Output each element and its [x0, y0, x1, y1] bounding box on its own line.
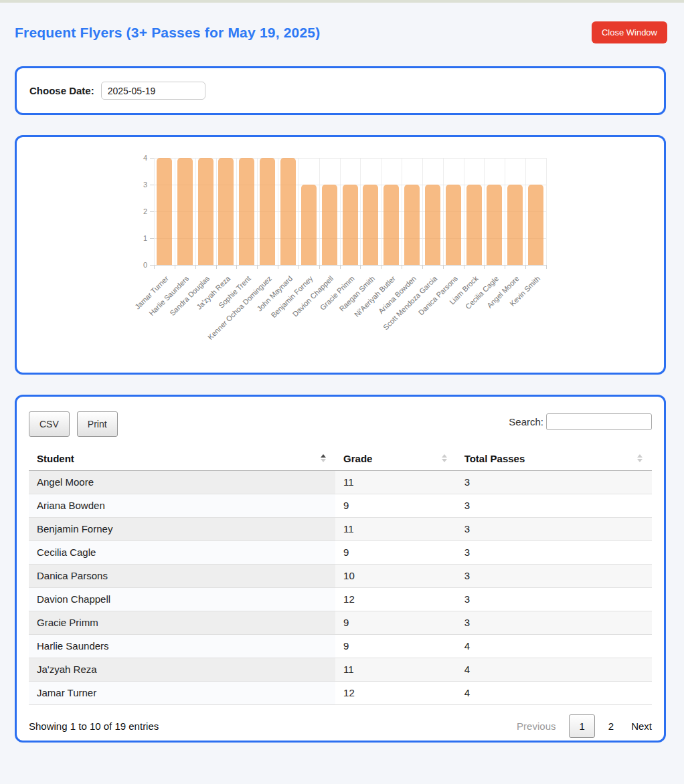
chart-bar[interactable]: [198, 158, 213, 265]
page-title: Frequent Flyers (3+ Passes for May 19, 2…: [15, 25, 320, 41]
table-cell: 4: [456, 681, 652, 704]
table-cell: 10: [335, 564, 456, 587]
pagination-next-button[interactable]: Next: [631, 720, 652, 732]
y-axis-tick-label: 1: [143, 233, 147, 243]
table-cell: 12: [335, 681, 456, 704]
sort-arrows-icon: [442, 454, 447, 462]
table-row: Angel Moore113: [29, 470, 652, 494]
table-cell: 3: [456, 611, 652, 634]
search-label: Search:: [509, 416, 543, 427]
table-cell: Gracie Primm: [29, 611, 335, 634]
chart-bar[interactable]: [383, 185, 399, 265]
table-cell: 4: [456, 658, 652, 681]
sort-arrows-icon: [637, 454, 643, 462]
table-cell: 3: [456, 494, 652, 517]
table-cell: 11: [335, 658, 456, 681]
chart-bar[interactable]: [239, 158, 254, 265]
column-header-grade[interactable]: Grade: [335, 447, 456, 470]
table-body: Angel Moore113Ariana Bowden93Benjamin Fo…: [29, 470, 652, 704]
table-cell: Benjamin Forney: [29, 517, 335, 541]
chart-bar[interactable]: [487, 185, 502, 265]
table-cell: Harlie Saunders: [29, 634, 335, 658]
sort-asc-icon: [442, 454, 447, 458]
csv-export-button[interactable]: CSV: [29, 411, 70, 437]
y-axis-tick: [150, 185, 154, 185]
table-cell: Jamar Turner: [29, 681, 335, 704]
table-row: Cecilia Cagle93: [29, 541, 652, 564]
table-row: Ja'zyah Reza114: [29, 658, 652, 681]
table-row: Davion Chappell123: [29, 587, 652, 611]
close-window-button[interactable]: Close Window: [592, 21, 667, 43]
page-header: Frequent Flyers (3+ Passes for May 19, 2…: [15, 21, 667, 43]
chart-bar[interactable]: [343, 185, 358, 265]
date-input[interactable]: [101, 82, 205, 100]
chart-bar[interactable]: [507, 185, 523, 265]
table-cell: 11: [335, 470, 456, 494]
chart-gridline-horizontal: [154, 265, 546, 266]
chart-bar[interactable]: [446, 185, 461, 265]
table-head: StudentGradeTotal Passes: [29, 447, 652, 470]
chart-gridline-horizontal: [154, 158, 546, 159]
table-info: Showing 1 to 10 of 19 entries: [29, 720, 159, 732]
pagination-page-1[interactable]: 1: [569, 714, 594, 738]
print-export-button[interactable]: Print: [77, 411, 118, 437]
y-axis-tick: [150, 158, 154, 159]
chart-bar[interactable]: [528, 185, 543, 265]
chart-bar[interactable]: [425, 185, 440, 265]
chart-bar[interactable]: [218, 158, 234, 265]
sort-desc-icon: [442, 459, 447, 462]
table-row: Benjamin Forney113: [29, 517, 652, 541]
column-header-total-passes[interactable]: Total Passes: [456, 447, 652, 470]
choose-date-label: Choose Date:: [29, 85, 94, 96]
sort-desc-icon: [321, 459, 326, 462]
table-cell: Ariana Bowden: [29, 494, 335, 517]
chart-bar[interactable]: [466, 185, 482, 265]
table-cell: 3: [456, 587, 652, 611]
sort-asc-icon: [637, 454, 643, 458]
table-row: Ariana Bowden93: [29, 494, 652, 517]
pagination-page-2[interactable]: 2: [599, 714, 623, 738]
table-cell: 9: [335, 611, 456, 634]
table-cell: 3: [456, 517, 652, 541]
table-cell: Danica Parsons: [29, 564, 335, 587]
sort-desc-icon: [637, 459, 643, 462]
chart-panel: 01234Jamar TurnerHarlie SaundersSandra D…: [15, 135, 666, 375]
export-buttons: CSVPrint: [29, 411, 118, 437]
table-cell: Davion Chappell: [29, 587, 335, 611]
table-cell: 4: [456, 634, 652, 658]
table-cell: 3: [456, 564, 652, 587]
pagination: Previous12Next: [517, 714, 652, 738]
window-top-strip: [0, 0, 684, 3]
chart-bar[interactable]: [157, 158, 172, 265]
table-cell: 9: [335, 494, 456, 517]
chart-bar[interactable]: [177, 158, 193, 265]
x-axis-tick: [546, 265, 547, 269]
table-cell: Cecilia Cagle: [29, 541, 335, 564]
chart-bar[interactable]: [363, 185, 378, 265]
chart-bar[interactable]: [301, 185, 317, 265]
table-row: Jamar Turner124: [29, 681, 652, 704]
table-toolbar: CSVPrint Search:: [29, 411, 652, 437]
chart-bar[interactable]: [280, 158, 296, 265]
pagination-previous-button[interactable]: Previous: [517, 720, 555, 732]
table-row: Danica Parsons103: [29, 564, 652, 587]
table-cell: 12: [335, 587, 456, 611]
table-row: Gracie Primm93: [29, 611, 652, 634]
chart-bar[interactable]: [322, 185, 337, 265]
sort-asc-icon: [321, 454, 326, 458]
date-picker-panel: Choose Date:: [15, 66, 666, 115]
column-header-student[interactable]: Student: [29, 447, 335, 470]
sort-arrows-icon: [321, 454, 326, 462]
y-axis-tick-label: 0: [143, 260, 147, 270]
y-axis-tick: [150, 265, 154, 266]
search-input[interactable]: [546, 413, 652, 430]
table-panel: CSVPrint Search: StudentGradeTotal Passe…: [15, 395, 666, 743]
table-cell: 9: [335, 541, 456, 564]
table-header-row: StudentGradeTotal Passes: [29, 447, 652, 470]
table-cell: Ja'zyah Reza: [29, 658, 335, 681]
y-axis-tick: [150, 238, 154, 239]
chart-bar[interactable]: [260, 158, 275, 265]
chart-plot-area: 01234Jamar TurnerHarlie SaundersSandra D…: [154, 158, 546, 265]
chart-bar[interactable]: [404, 185, 420, 265]
chart-gridline-vertical: [546, 158, 547, 265]
